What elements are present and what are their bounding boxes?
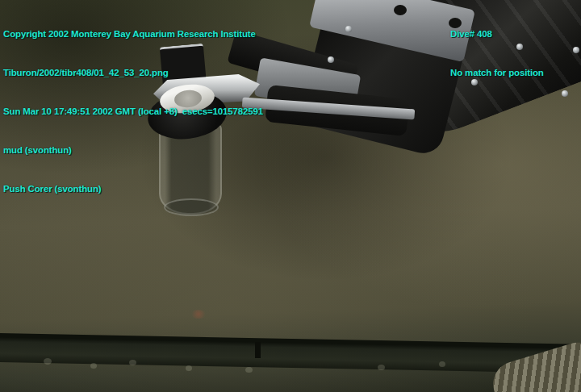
rov-video-frame: Copyright 2002 Monterey Bay Aquarium Res… [0,0,581,392]
frame-post [255,342,261,358]
overlay-position-status: No match for position [450,66,544,79]
frame-dot [129,360,136,365]
frame-dot [44,358,52,365]
frame-dot [90,363,97,369]
overlay-annotation-push-corer: Push Corer (svonthun) [3,182,263,195]
overlay-copyright: Copyright 2002 Monterey Bay Aquarium Res… [3,27,263,40]
frame-dot [439,361,445,367]
overlay-dive-number: Dive# 408 [450,27,544,40]
bolt [562,90,568,97]
frame-dot [245,367,253,373]
plate-hole [394,5,407,15]
sediment-patch [190,310,207,319]
overlay-annotation-mud: mud (svonthun) [3,144,263,156]
overlay-top-left: Copyright 2002 Monterey Bay Aquarium Res… [3,2,263,221]
bolt [573,47,579,53]
bolt [345,26,352,32]
frame-dot [378,365,385,370]
overlay-top-right: Dive# 408 No match for position [450,2,544,105]
bolt [328,56,334,63]
overlay-timestamp: Sun Mar 10 17:49:51 2002 GMT (local +8) … [3,105,263,118]
frame-dot [186,365,192,371]
overlay-file-path: Tiburon/2002/tibr408/01_42_53_20.png [3,66,263,79]
overlay-bottom-status: Depth= 2896.23 m Temp= 1.881 C Sal= 34.3… [3,377,97,392]
